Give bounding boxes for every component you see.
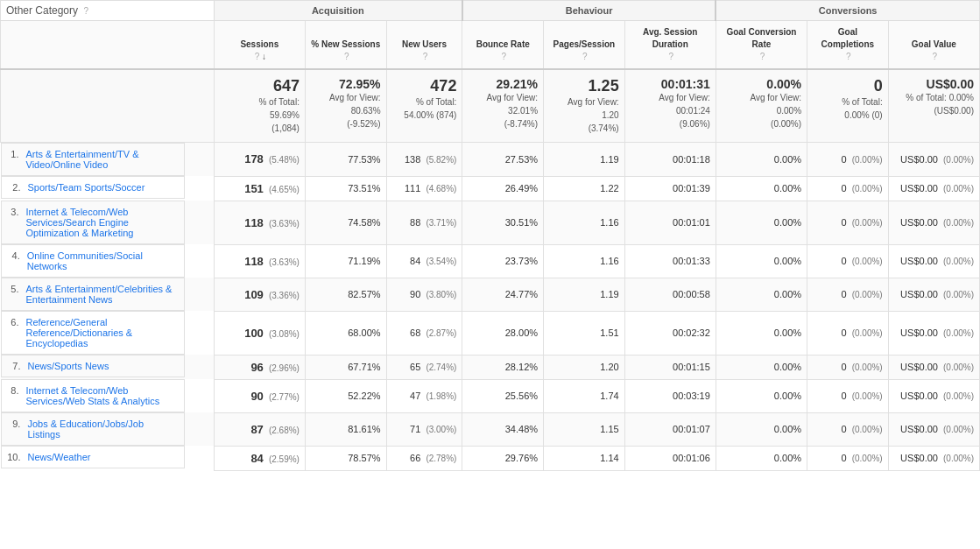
goal-comp-pct: (0.00%) [852,362,883,372]
pct-new-sessions-cell: 73.51% [305,176,386,201]
table-row: 9. Jobs & Education/Jobs/Job Listings 87… [1,412,980,446]
category-cell: 1. Arts & Entertainment/TV & Video/Onlin… [1,143,185,176]
bounce-rate-cell: 26.49% [462,176,544,201]
behaviour-group-header: Behaviour [462,1,716,21]
goal-comp-pct: (0.00%) [852,425,883,434]
category-link[interactable]: Reference/General Reference/Dictionaries… [26,317,179,348]
pct-new-sessions-cell: 77.53% [305,143,386,177]
goal-value-cell: US$0.00 (0.00%) [888,143,979,177]
goal-val-pct: (0.00%) [943,155,974,165]
category-link[interactable]: Sports/Team Sports/Soccer [28,182,145,193]
total-goal-comp-cell: 0 % of Total: 0.00% (0) [807,69,889,143]
goal-conversion-rate-cell: 0.00% [716,412,807,446]
table-row: 3. Internet & Telecom/Web Services/Searc… [1,201,980,244]
avg-dur-help-icon[interactable]: ? [668,52,673,61]
goal-conversion-rate-cell: 0.00% [716,278,807,311]
acquisition-group-header: Acquisition [214,1,462,21]
pages-help-icon[interactable]: ? [582,52,588,61]
pages-session-cell: 1.51 [544,311,625,355]
goal-val-pct: (0.00%) [943,454,974,463]
goal-conv-help-icon[interactable]: ? [760,52,765,61]
category-link[interactable]: Arts & Entertainment/TV & Video/Online V… [26,149,179,170]
category-link[interactable]: Arts & Entertainment/Celebrities & Enter… [26,284,179,305]
avg-session-duration-cell: 00:02:32 [624,311,716,355]
category-col-header [1,21,215,70]
goal-completions-cell: 0 (0.00%) [807,201,889,244]
goal-completions-cell: 0 (0.00%) [807,176,889,201]
category-link[interactable]: Internet & Telecom/Web Services/Web Stat… [26,385,179,406]
goal-val-help-icon[interactable]: ? [933,52,938,61]
table-row: 10. News/Weather 84 (2.59%) 78.57% 66 (2… [1,446,980,470]
new-users-pct: (2.74%) [426,362,456,372]
sessions-sort-icon[interactable]: ↓ [262,52,266,61]
goal-value-cell: US$0.00 (0.00%) [888,379,979,412]
goal-completions-cell: 0 (0.00%) [807,446,889,470]
bounce-rate-col-header: Bounce Rate ? [462,21,544,70]
new-users-col-header: New Users ? [386,21,462,70]
new-users-cell: 65 (2.74%) [386,355,462,379]
new-users-pct: (3.80%) [426,290,456,299]
row-number: 1. [7,149,23,159]
goal-completions-cell: 0 (0.00%) [807,311,889,355]
table-row: 6. Reference/General Reference/Dictionar… [1,311,980,355]
bounce-rate-cell: 34.48% [462,412,544,446]
sessions-cell: 84 (2.59%) [214,446,305,470]
new-users-cell: 47 (1.98%) [386,379,462,412]
sessions-value: 118 [244,255,264,268]
sessions-col-header: Sessions ? ↓ [214,21,305,70]
goal-conversion-rate-cell: 0.00% [716,379,807,412]
goal-value-cell: US$0.00 (0.00%) [888,201,979,244]
sessions-pct: (2.96%) [269,363,300,373]
avg-session-duration-cell: 00:03:19 [624,379,716,412]
category-cell: 7. News/Sports News [1,355,185,377]
group-header-row: Other Category ? Acquisition Behaviour C… [1,1,980,21]
sessions-cell: 118 (3.63%) [214,201,305,244]
category-link[interactable]: Jobs & Education/Jobs/Job Listings [27,419,178,440]
sessions-pct: (3.36%) [269,291,300,300]
pct-new-sessions-cell: 81.61% [305,412,386,446]
new-users-cell: 111 (4.68%) [386,176,462,201]
goal-value-col-header: Goal Value ? [888,21,979,70]
sessions-help-icon[interactable]: ? [255,52,260,61]
goal-conversion-rate-col-header: Goal Conversion Rate ? [716,21,807,70]
category-cell: 3. Internet & Telecom/Web Services/Searc… [1,201,185,244]
table-row: 1. Arts & Entertainment/TV & Video/Onlin… [1,143,980,177]
pct-new-sessions-cell: 78.57% [305,446,386,470]
goal-value-cell: US$0.00 (0.00%) [888,446,979,470]
goal-conversion-rate-cell: 0.00% [716,311,807,355]
pct-new-help-icon[interactable]: ? [344,52,349,61]
pages-session-col-header: Pages/Session ? [544,21,625,70]
bounce-help-icon[interactable]: ? [501,52,506,61]
goal-val-pct: (0.00%) [943,328,974,338]
row-number: 10. [7,452,25,462]
new-users-pct: (3.00%) [426,425,456,434]
category-link[interactable]: Internet & Telecom/Web Services/Search E… [26,207,179,238]
column-header-row: Sessions ? ↓ % New Sessions ? New Users … [1,21,980,70]
goal-conversion-rate-cell: 0.00% [716,201,807,244]
table-row: 8. Internet & Telecom/Web Services/Web S… [1,379,980,412]
avg-session-duration-cell: 00:01:07 [624,412,716,446]
sessions-cell: 96 (2.96%) [214,355,305,379]
goal-comp-help-icon[interactable]: ? [846,52,851,61]
bounce-rate-cell: 25.56% [462,379,544,412]
category-cell: 10. News/Weather [1,446,185,468]
goal-conversion-rate-cell: 0.00% [716,355,807,379]
goal-comp-pct: (0.00%) [852,454,883,463]
new-users-pct: (4.68%) [426,184,456,194]
category-link[interactable]: News/Weather [28,452,91,462]
category-link[interactable]: News/Sports News [28,361,109,371]
bounce-rate-cell: 23.73% [462,244,544,278]
total-avg-dur-cell: 00:01:31 Avg for View: 00:01:24 (9.06%) [624,69,716,143]
goal-completions-cell: 0 (0.00%) [807,143,889,177]
sessions-pct: (3.63%) [269,257,300,267]
category-link[interactable]: Online Communities/Social Networks [27,250,179,271]
new-users-cell: 88 (3.71%) [386,201,462,244]
bounce-rate-cell: 24.77% [462,278,544,311]
goal-completions-cell: 0 (0.00%) [807,412,889,446]
row-number: 6. [7,317,23,327]
goal-val-pct: (0.00%) [943,391,974,401]
pct-new-sessions-cell: 52.22% [305,379,386,412]
category-help-icon[interactable]: ? [83,6,88,16]
goal-value-cell: US$0.00 (0.00%) [888,176,979,201]
new-users-help-icon[interactable]: ? [423,52,428,61]
